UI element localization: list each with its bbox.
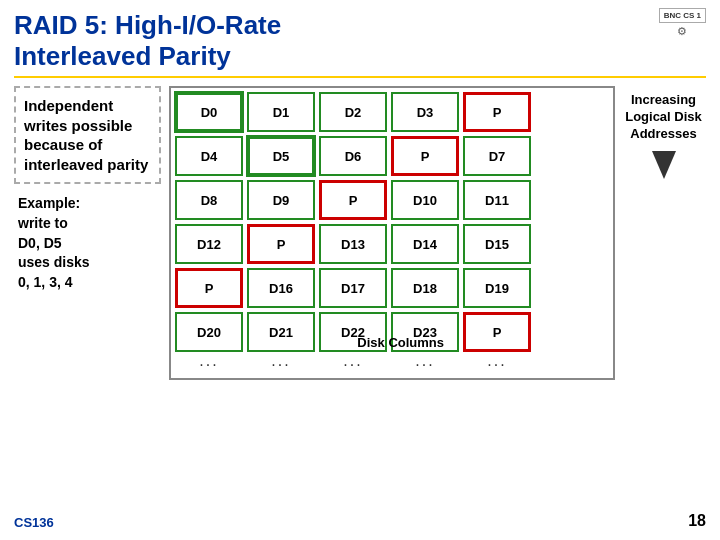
arrow-down-icon xyxy=(652,151,676,179)
grid-cell: D6 xyxy=(319,136,387,176)
dot-cell-1: ··· xyxy=(247,356,315,374)
grid-cell: D12 xyxy=(175,224,243,264)
logo-text: BNC CS 1 xyxy=(664,11,701,20)
grid-cell: D15 xyxy=(463,224,531,264)
disk-columns-label: Disk Columns xyxy=(357,335,444,350)
header-underline xyxy=(14,76,706,78)
grid-cell: D11 xyxy=(463,180,531,220)
grid-cell: D2 xyxy=(319,92,387,132)
grid-cell: P xyxy=(247,224,315,264)
grid-cell: D4 xyxy=(175,136,243,176)
grid-cell: P xyxy=(463,92,531,132)
grid-cell: D18 xyxy=(391,268,459,308)
header: RAID 5: High-I/O-Rate Interleaved Parity xyxy=(14,10,706,78)
grid-row: D4D5D6PD7 xyxy=(175,136,609,176)
description-text: Independent writes possible because of i… xyxy=(24,97,148,173)
grid-row: D0D1D2D3P xyxy=(175,92,609,132)
grid-cell: P xyxy=(175,268,243,308)
grid-cell: D9 xyxy=(247,180,315,220)
grid-cell: P xyxy=(463,312,531,352)
grid-cell: D14 xyxy=(391,224,459,264)
grid-cell: D16 xyxy=(247,268,315,308)
right-panel: Increasing Logical Disk Addresses xyxy=(615,86,706,380)
grid-cell: D10 xyxy=(391,180,459,220)
grid-cell: D8 xyxy=(175,180,243,220)
page-number: 18 xyxy=(688,512,706,530)
grid-row: D8D9PD10D11 xyxy=(175,180,609,220)
grid-cell: D17 xyxy=(319,268,387,308)
grid-cell: D19 xyxy=(463,268,531,308)
grid-row: D12PD13D14D15 xyxy=(175,224,609,264)
grid-rows-container: D0D1D2D3PD4D5D6PD7D8D9PD10D11D12PD13D14D… xyxy=(175,92,609,356)
page-title: RAID 5: High-I/O-Rate Interleaved Parity xyxy=(14,10,706,72)
grid-cell: P xyxy=(319,180,387,220)
grid-cell: D20 xyxy=(175,312,243,352)
dot-cell-0: ··· xyxy=(175,356,243,374)
dot-cell-2: ··· xyxy=(319,356,387,374)
logo-box: BNC CS 1 xyxy=(659,8,706,23)
grid-cell: P xyxy=(391,136,459,176)
course-label: CS136 xyxy=(14,515,54,530)
grid-cell: D0 xyxy=(175,92,243,132)
main-content: Independent writes possible because of i… xyxy=(14,86,706,380)
grid-cell: D1 xyxy=(247,92,315,132)
logo-area: BNC CS 1 ⚙ xyxy=(659,8,706,38)
page-container: BNC CS 1 ⚙ RAID 5: High-I/O-Rate Interle… xyxy=(0,0,720,540)
grid-row: PD16D17D18D19 xyxy=(175,268,609,308)
grid-cell: D3 xyxy=(391,92,459,132)
increasing-label: Increasing Logical Disk Addresses xyxy=(621,92,706,143)
example-text: Example: write to D0, D5 uses disks 0, 1… xyxy=(14,194,161,292)
left-panel: Independent writes possible because of i… xyxy=(14,86,169,380)
raid-grid: D0D1D2D3PD4D5D6PD7D8D9PD10D11D12PD13D14D… xyxy=(169,86,615,380)
dots-row: ··· ··· ··· ··· ··· xyxy=(175,356,609,374)
grid-cell: D7 xyxy=(463,136,531,176)
description-box: Independent writes possible because of i… xyxy=(14,86,161,184)
grid-cell: D5 xyxy=(247,136,315,176)
grid-cell: D21 xyxy=(247,312,315,352)
dot-cell-4: ··· xyxy=(463,356,531,374)
grid-cell: D13 xyxy=(319,224,387,264)
dot-cell-3: ··· xyxy=(391,356,459,374)
